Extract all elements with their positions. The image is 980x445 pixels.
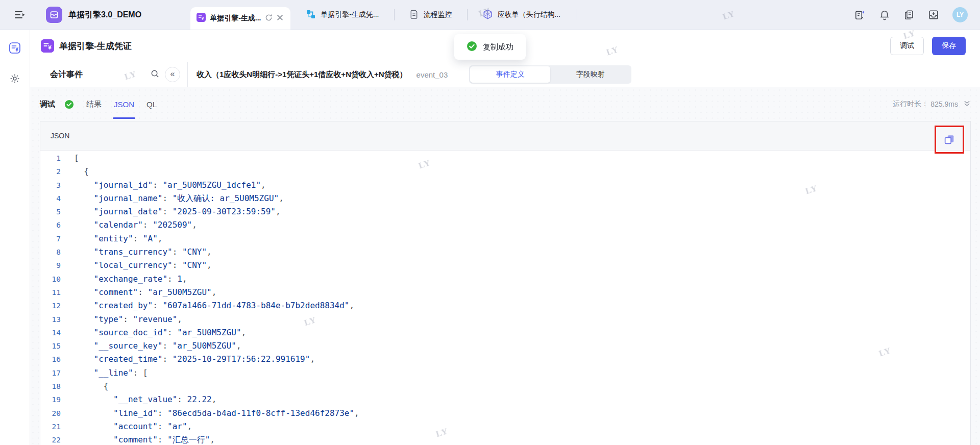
- search-icon[interactable]: [150, 69, 160, 81]
- code-line: 7 "entity": "A",: [40, 232, 970, 245]
- tab-label: 单据引擎-生成凭...: [321, 10, 379, 19]
- panel-title: 会计事件: [50, 69, 83, 80]
- code-line: 3 "journal_id": "ar_5U0M5ZGU_1dcfe1",: [40, 179, 970, 192]
- code-line: 22 "comment": "汇总一行",: [40, 433, 970, 445]
- code-line: 9 "local_currency": "CNY",: [40, 259, 970, 272]
- tab-json[interactable]: JSON: [114, 87, 134, 121]
- notifications-bell-icon[interactable]: [879, 9, 890, 20]
- svg-text:¥: ¥: [48, 44, 52, 51]
- tab-label: 流程监控: [423, 10, 452, 19]
- event-title: 收入（1应收头N明细行->1凭证头+1借应收+N贷收入+N贷税）: [197, 70, 407, 80]
- code-line: 20 "line_id": "86ecd5da-b4ad-11f0-8cff-1…: [40, 407, 970, 420]
- success-check-icon: [64, 100, 74, 109]
- svg-text:¥: ¥: [202, 16, 204, 21]
- code-line: 21 "account": "ar",: [40, 420, 970, 433]
- json-code[interactable]: 1[2 {3 "journal_id": "ar_5U0M5ZGU_1dcfe1…: [40, 151, 970, 445]
- code-line: 2 {: [40, 165, 970, 178]
- code-line: 1[: [40, 152, 970, 165]
- code-line: 11 "comment": "ar_5U0M5ZGU",: [40, 286, 970, 299]
- annotation-highlight-box: [935, 126, 964, 154]
- topbar-actions: LY: [854, 7, 968, 22]
- app-title: 单据引擎3.0_DEMO: [68, 10, 141, 20]
- toast-message: 复制成功: [483, 42, 513, 52]
- tab-generate-voucher-flow[interactable]: 单据引擎-生成凭...: [290, 0, 394, 30]
- documents-icon[interactable]: [903, 9, 915, 20]
- tab-ql[interactable]: QL: [146, 87, 157, 121]
- code-line: 4 "journal_name": "收入确认: ar_5U0M5ZGU",: [40, 192, 970, 205]
- close-icon[interactable]: [277, 14, 283, 23]
- code-line: 5 "journal_date": "2025-09-30T23:59:59",: [40, 205, 970, 218]
- code-line: 8 "trans_currency": "CNY",: [40, 245, 970, 259]
- event-header: 收入（1应收头N明细行->1凭证头+1借应收+N贷收入+N贷税） event_0…: [188, 62, 980, 87]
- double-chevron-down-icon[interactable]: [963, 100, 971, 109]
- debug-panel-label: 调试: [40, 100, 55, 109]
- doc-yen-icon: ¥: [41, 39, 54, 53]
- refresh-icon[interactable]: [265, 14, 273, 23]
- code-line: 13 "type": "revenue",: [40, 313, 970, 326]
- runtime-label: 运行时长：: [893, 100, 928, 109]
- hexagon-icon: [483, 9, 493, 21]
- sidebar-collapse-icon[interactable]: [14, 10, 26, 19]
- toast-copy-success: 复制成功: [454, 34, 526, 60]
- runtime-value: 825.9ms: [930, 100, 958, 108]
- json-card-title: JSON: [51, 132, 69, 140]
- doc-yen-icon: ¥: [197, 13, 206, 24]
- debug-content: 调试 结果 JSON QL 运行时长：825.9ms JSON: [30, 87, 980, 445]
- tab-separator: [576, 9, 576, 20]
- topbar: 单据引擎3.0_DEMO ¥ 单据引擎-生成... 单据引擎-生成凭...: [0, 0, 980, 30]
- tab-label: 单据引擎-生成...: [210, 14, 261, 23]
- code-line: 6 "calendar": "202509",: [40, 218, 970, 232]
- user-avatar[interactable]: LY: [952, 7, 968, 22]
- code-line: 17 "__line": [: [40, 366, 970, 380]
- json-card-header: JSON: [40, 121, 970, 151]
- voucher-module-icon[interactable]: ¥: [8, 41, 21, 57]
- svg-text:¥: ¥: [15, 47, 18, 53]
- header-actions: 调试 保存: [890, 37, 966, 55]
- main-area: ¥ ¥ 单据引擎-生成凭证 调试 保存 会计事件: [0, 30, 980, 445]
- code-line: 10 "exchange_rate": 1,: [40, 273, 970, 286]
- code-line: 15 "__source_key": "ar_5U0M5ZGU",: [40, 339, 970, 353]
- app-logo-icon: [46, 7, 62, 23]
- success-check-icon: [467, 41, 477, 53]
- code-line: 16 "created_time": "2025-10-29T17:56:22.…: [40, 353, 970, 366]
- left-rail: ¥: [0, 30, 30, 445]
- tab-process-monitor[interactable]: 流程监控: [395, 0, 467, 30]
- tab-label: 应收单（头行结构...: [497, 10, 560, 19]
- panel-collapse-button[interactable]: «: [165, 67, 180, 82]
- code-line: 18 {: [40, 380, 970, 393]
- flow-icon: [306, 9, 316, 21]
- event-panel-header: 会计事件 «: [30, 62, 188, 87]
- runtime-indicator: 运行时长：825.9ms: [893, 100, 971, 109]
- debug-button[interactable]: 调试: [890, 37, 924, 55]
- debug-tab-bar: 调试 结果 JSON QL 运行时长：825.9ms: [40, 87, 971, 121]
- settings-gear-icon[interactable]: [9, 73, 20, 86]
- topbar-tabs: ¥ 单据引擎-生成... 单据引擎-生成凭... 流程监控: [190, 0, 576, 30]
- tab-event-definition[interactable]: 事件定义: [470, 66, 550, 83]
- download-tray-icon[interactable]: [928, 9, 939, 20]
- copy-json-button[interactable]: [943, 133, 956, 146]
- tab-generate-voucher-active[interactable]: ¥ 单据引擎-生成...: [190, 7, 290, 30]
- document-icon: [410, 10, 419, 20]
- view-segmented-control: 事件定义 字段映射: [469, 65, 631, 84]
- subheader: 会计事件 « 收入（1应收头N明细行->1凭证头+1借应收+N贷收入+N贷税） …: [30, 62, 980, 87]
- ai-document-icon[interactable]: [854, 9, 866, 21]
- tab-receivable-doc[interactable]: 应收单（头行结构...: [468, 0, 576, 30]
- page-column: ¥ 单据引擎-生成凭证 调试 保存 会计事件 « 收入（1应收头N明细行->1凭…: [30, 30, 980, 445]
- tab-result[interactable]: 结果: [86, 87, 102, 121]
- tab-field-mapping[interactable]: 字段映射: [550, 66, 630, 83]
- code-line: 12 "created_by": "607a1466-71dd-4783-b84…: [40, 299, 970, 312]
- code-line: 19 "__net_value": 22.22,: [40, 393, 970, 406]
- page-title: 单据引擎-生成凭证: [59, 40, 132, 52]
- json-result-card: JSON 1[2 {3 "journal_id": "ar_5U0M5ZGU_1…: [40, 121, 971, 445]
- save-button[interactable]: 保存: [932, 37, 966, 55]
- event-code: event_03: [416, 70, 448, 79]
- code-line: 14 "source_doc_id": "ar_5U0M5ZGU",: [40, 326, 970, 339]
